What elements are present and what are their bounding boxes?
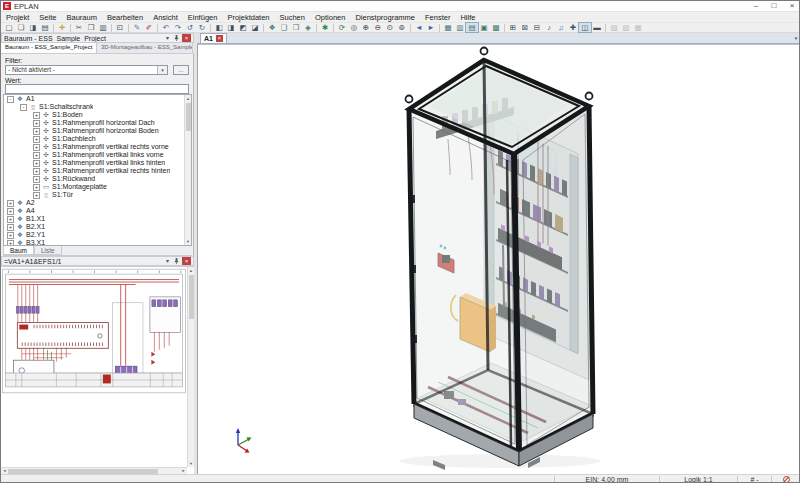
- window-split-3-icon[interactable]: ◩: [237, 23, 249, 32]
- tree-expander[interactable]: +: [33, 160, 40, 167]
- tree-expander[interactable]: +: [7, 200, 14, 207]
- save-icon[interactable]: ◨: [27, 23, 39, 32]
- tree-item[interactable]: + ❖ B1.X1: [4, 215, 184, 223]
- macro-navigator-icon[interactable]: ◈: [302, 23, 314, 32]
- tree-item[interactable]: + ✣ S1:Boden: [4, 111, 184, 119]
- grid-2-icon[interactable]: ▥: [454, 23, 466, 32]
- tree-expander[interactable]: +: [7, 232, 14, 239]
- page-navigator-icon[interactable]: ❑: [278, 23, 290, 32]
- document-tab-a1[interactable]: A1 ×: [200, 33, 227, 43]
- zoom-in-icon[interactable]: ⊕: [360, 23, 372, 32]
- format-transfer-icon[interactable]: ✐: [143, 23, 155, 32]
- tree-expander[interactable]: +: [33, 112, 40, 119]
- grid-3-icon[interactable]: ▤: [466, 23, 478, 32]
- undo-icon[interactable]: ↶: [160, 23, 172, 32]
- format-paint-icon[interactable]: ✎: [131, 23, 143, 32]
- tree-item[interactable]: + ✣ S1:Rückwand: [4, 175, 184, 183]
- tree-expander[interactable]: +: [33, 128, 40, 135]
- copy-icon[interactable]: ❐: [85, 23, 97, 32]
- object-snap-icon[interactable]: ⊟: [531, 23, 543, 32]
- menu-item[interactable]: Fenster: [420, 13, 455, 22]
- menu-item[interactable]: Ansicht: [148, 13, 183, 22]
- update-view-icon[interactable]: ⟳: [336, 23, 348, 32]
- tree-item[interactable]: + ✣ S1:Rahmenprofil vertikal links vorne: [4, 151, 184, 159]
- tree-item[interactable]: + ❖ A2: [4, 199, 184, 207]
- tree-expander[interactable]: +: [7, 208, 14, 215]
- tree-expander[interactable]: +: [33, 176, 40, 183]
- tree-expander[interactable]: +: [7, 224, 14, 231]
- view-tab[interactable]: Baum: [3, 246, 34, 255]
- tree-expander[interactable]: +: [7, 216, 14, 223]
- menu-item[interactable]: Projekt: [1, 13, 34, 22]
- tree-item[interactable]: + ✣ S1:Rahmenprofil horizontal Dach: [4, 119, 184, 127]
- close-button[interactable]: ×: [783, 1, 800, 11]
- wert-input[interactable]: [5, 84, 189, 94]
- tree-expander[interactable]: +: [33, 144, 40, 151]
- zoom-lens-icon[interactable]: ◎: [348, 23, 360, 32]
- undo-history-icon[interactable]: ↺: [184, 23, 196, 32]
- snap-grid-icon[interactable]: ⊞: [507, 23, 519, 32]
- menu-item[interactable]: Bauraum: [61, 13, 101, 22]
- window-split-2-icon[interactable]: ◨: [225, 23, 237, 32]
- filter-browse-button[interactable]: ...: [173, 65, 189, 75]
- tab-overflow-icon[interactable]: ▾: [791, 33, 800, 43]
- tree-expander[interactable]: +: [33, 184, 40, 191]
- tree-expander[interactable]: +: [33, 120, 40, 127]
- graphic-preview-icon[interactable]: ❒: [290, 23, 302, 32]
- panel-pin-icon[interactable]: [172, 257, 181, 265]
- menu-item[interactable]: Seite: [34, 13, 61, 22]
- tree-scroll-thumb[interactable]: [186, 103, 191, 131]
- design-mode-icon[interactable]: ▬: [591, 23, 603, 32]
- cut-icon[interactable]: ✂: [73, 23, 85, 32]
- tree-item[interactable]: + ❖ B2.Y1: [4, 231, 184, 239]
- window-split-4-icon[interactable]: ◪: [249, 23, 261, 32]
- select-icon[interactable]: ⊡: [114, 23, 126, 32]
- zoom-all-icon[interactable]: ⊚: [396, 23, 408, 32]
- view-tab[interactable]: Liste: [34, 246, 62, 255]
- zoom-out-icon[interactable]: ⊖: [372, 23, 384, 32]
- grid-5-icon[interactable]: ▩: [490, 23, 502, 32]
- graphic-tool-3-icon[interactable]: ▦: [632, 23, 644, 32]
- zoom-window-icon[interactable]: ⊙: [384, 23, 396, 32]
- tree-vertical-scrollbar[interactable]: ▲ ▼: [184, 95, 191, 245]
- window-split-1-icon[interactable]: ◧: [213, 23, 225, 32]
- insert-symbol-icon[interactable]: ✱: [319, 23, 331, 32]
- tree-item[interactable]: + ✣ S1:Rahmenprofil horizontal Boden: [4, 127, 184, 135]
- menu-item[interactable]: Einfügen: [183, 13, 223, 22]
- tree-item[interactable]: + ✣ S1:Rahmenprofil vertikal rechts hint…: [4, 167, 184, 175]
- panel-close-button[interactable]: ×: [182, 257, 191, 265]
- scroll-down-icon[interactable]: ▼: [185, 238, 191, 245]
- minimize-button[interactable]: –: [747, 1, 765, 11]
- tree-expander[interactable]: -: [7, 96, 14, 103]
- panel-menu-arrow-icon[interactable]: ▾: [163, 257, 172, 265]
- grid-4-icon[interactable]: ▣: [478, 23, 490, 32]
- snap-off-icon[interactable]: ⊠: [519, 23, 531, 32]
- page-preview-panel[interactable]: ▲ ▼ ◄ ►: [1, 266, 194, 474]
- tree-expander[interactable]: -: [20, 104, 27, 111]
- redo-icon[interactable]: ↷: [172, 23, 184, 32]
- paste-icon[interactable]: ▥: [97, 23, 109, 32]
- new-page-icon[interactable]: ▢: [3, 23, 15, 32]
- 3d-canvas[interactable]: [197, 44, 800, 474]
- tree-expander[interactable]: +: [33, 192, 40, 199]
- redo-history-icon[interactable]: ↻: [196, 23, 208, 32]
- print-icon[interactable]: ▤: [39, 23, 51, 32]
- panel-close-button[interactable]: ×: [182, 34, 191, 42]
- menu-item[interactable]: Bearbeiten: [102, 13, 148, 22]
- open-project-icon[interactable]: ❏: [15, 23, 27, 32]
- view-back-icon[interactable]: ◄: [413, 23, 425, 32]
- tree-expander[interactable]: +: [33, 152, 40, 159]
- coordinate-input-icon[interactable]: ✚: [567, 23, 579, 32]
- preview-horizontal-scrollbar[interactable]: ◄ ►: [1, 467, 187, 474]
- navigator-tab[interactable]: Bauraum - ESS_Sample_Project: [1, 43, 97, 53]
- scroll-up-icon[interactable]: ▲: [185, 95, 191, 102]
- graphic-tool-2-icon[interactable]: ▧: [620, 23, 632, 32]
- filter-combobox[interactable]: - Nicht aktiviert - ▾: [5, 65, 168, 75]
- tree-item[interactable]: - ❖ A1: [4, 95, 184, 103]
- tree-item[interactable]: + ❖ B3.X1: [4, 239, 184, 245]
- preview-panel-header[interactable]: =VA1+A1&EFS1/1 ▾ ×: [1, 256, 194, 266]
- panel-menu-arrow-icon[interactable]: ▾: [163, 34, 172, 42]
- tree-expander[interactable]: +: [33, 168, 40, 175]
- device-navigator-icon[interactable]: ❖: [266, 23, 278, 32]
- preview-vertical-scrollbar[interactable]: ▲ ▼: [187, 267, 194, 467]
